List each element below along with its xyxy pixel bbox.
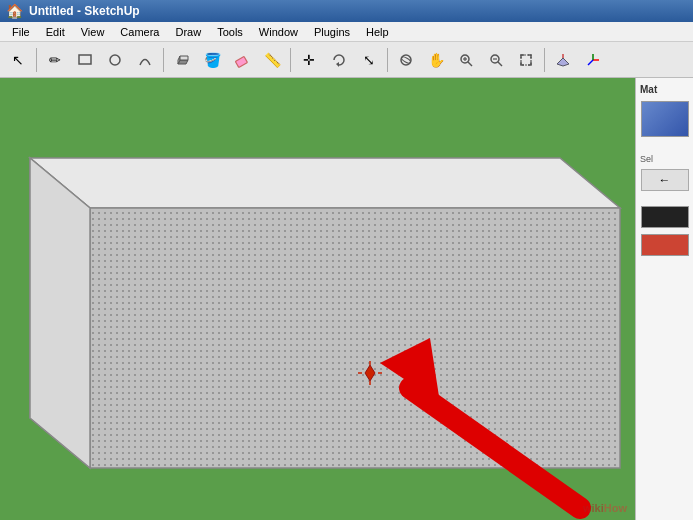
svg-marker-22 <box>30 158 620 208</box>
svg-marker-27 <box>30 158 90 468</box>
rectangle-tool[interactable] <box>71 46 99 74</box>
svg-rect-0 <box>79 55 91 64</box>
menu-help[interactable]: Help <box>358 24 397 40</box>
scene-svg <box>0 78 635 520</box>
separator-5 <box>544 48 545 72</box>
paint-tool[interactable]: 🪣 <box>198 46 226 74</box>
measure-tool[interactable]: 📏 <box>258 46 286 74</box>
menubar: File Edit View Camera Draw Tools Window … <box>0 22 693 42</box>
separator-3 <box>290 48 291 72</box>
svg-point-1 <box>110 55 120 65</box>
separator-2 <box>163 48 164 72</box>
menu-tools[interactable]: Tools <box>209 24 251 40</box>
material-preview-swatch[interactable] <box>641 101 689 137</box>
arc-tool[interactable] <box>131 46 159 74</box>
svg-line-10 <box>468 62 472 66</box>
titlebar: 🏠 Untitled - SketchUp <box>0 0 693 22</box>
svg-marker-6 <box>336 62 339 67</box>
zoom-out-tool[interactable] <box>482 46 510 74</box>
rotate-tool[interactable] <box>325 46 353 74</box>
app-icon: 🏠 <box>6 3 23 19</box>
panel-back-button[interactable]: ← <box>641 169 689 191</box>
select-tool[interactable]: ↖ <box>4 46 32 74</box>
pushpull-tool[interactable] <box>168 46 196 74</box>
move-tool[interactable]: ✛ <box>295 46 323 74</box>
scale-tool[interactable]: ⤡ <box>355 46 383 74</box>
menu-camera[interactable]: Camera <box>112 24 167 40</box>
menu-window[interactable]: Window <box>251 24 306 40</box>
svg-rect-5 <box>235 56 247 67</box>
menu-file[interactable]: File <box>4 24 38 40</box>
zoom-tool[interactable] <box>452 46 480 74</box>
main-area: wikiHow Mat Sel ← <box>0 78 693 520</box>
svg-line-21 <box>588 60 593 65</box>
menu-draw[interactable]: Draw <box>167 24 209 40</box>
separator-1 <box>36 48 37 72</box>
svg-rect-16 <box>521 55 531 65</box>
section-tool[interactable] <box>549 46 577 74</box>
orbit-tool[interactable] <box>392 46 420 74</box>
menu-plugins[interactable]: Plugins <box>306 24 358 40</box>
svg-marker-24 <box>90 208 620 468</box>
select-label: Sel <box>638 153 691 165</box>
canvas-area[interactable]: wikiHow <box>0 78 635 520</box>
svg-line-14 <box>498 62 502 66</box>
pencil-tool[interactable]: ✏ <box>41 46 69 74</box>
watermark-suffix: How <box>604 502 627 514</box>
axes-tool[interactable] <box>579 46 607 74</box>
menu-edit[interactable]: Edit <box>38 24 73 40</box>
toolbar: ↖ ✏ 🪣 📏 ✛ ⤡ ✋ <box>0 42 693 78</box>
panel-title: Mat <box>638 82 691 97</box>
watermark: wikiHow <box>583 502 627 514</box>
circle-tool[interactable] <box>101 46 129 74</box>
right-panel: Mat Sel ← <box>635 78 693 520</box>
svg-marker-17 <box>557 58 569 66</box>
eraser-tool[interactable] <box>228 46 256 74</box>
title-text: Untitled - SketchUp <box>29 4 140 18</box>
zoom-extents-tool[interactable] <box>512 46 540 74</box>
separator-4 <box>387 48 388 72</box>
watermark-prefix: wiki <box>583 502 604 514</box>
color-swatch-red[interactable] <box>641 234 689 256</box>
pan-tool[interactable]: ✋ <box>422 46 450 74</box>
menu-view[interactable]: View <box>73 24 113 40</box>
svg-marker-4 <box>180 56 188 60</box>
color-swatch-dark[interactable] <box>641 206 689 228</box>
